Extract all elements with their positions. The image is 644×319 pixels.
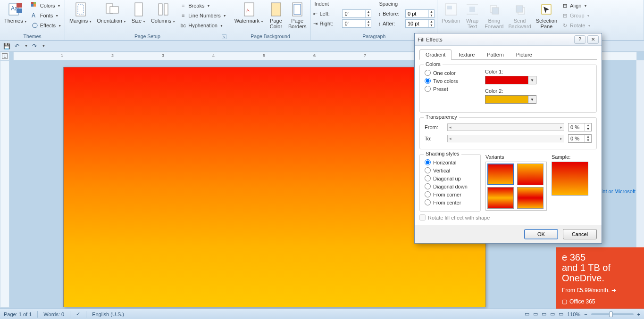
office-365-promo[interactable]: e 365and 1 TB ofOneDrive. From £5.99/mon… <box>556 247 644 309</box>
status-bar: Page: 1 of 1 Words: 0 ✓ English (U.S.) ▭… <box>0 309 644 319</box>
spacing-after-icon: ↕ <box>378 21 381 26</box>
zoom-slider[interactable] <box>591 313 634 315</box>
spacing-heading: Spacing <box>378 1 435 8</box>
wrap-icon <box>465 2 480 17</box>
variant-4[interactable] <box>517 187 544 209</box>
redo-icon[interactable]: ↷ <box>31 42 38 50</box>
radio-diagonal-down[interactable]: Diagonal down <box>425 182 476 190</box>
dialog-titlebar[interactable]: Fill Effects ? ✕ <box>415 33 602 46</box>
tab-pattern[interactable]: Pattern <box>481 49 510 59</box>
color-1-picker[interactable]: ▼ <box>485 76 592 84</box>
variant-1[interactable] <box>487 164 514 185</box>
colors-button[interactable]: Colors▼ <box>30 1 62 10</box>
tab-texture[interactable]: Texture <box>452 49 481 59</box>
tab-picture[interactable]: Picture <box>510 49 538 59</box>
status-words[interactable]: Words: 0 <box>43 311 64 317</box>
spacing-before-icon: ↕ <box>378 11 381 16</box>
radio-from-corner[interactable]: From corner <box>425 190 476 198</box>
ruler-corner[interactable]: L <box>0 52 9 60</box>
margins-button[interactable]: Margins▼ <box>67 1 94 25</box>
align-button[interactable]: ⊞Align▼ <box>560 1 592 10</box>
fill-effects-dialog: Fill Effects ? ✕ Gradient Texture Patter… <box>414 33 602 244</box>
ok-button[interactable]: OK <box>524 229 558 239</box>
position-icon <box>443 2 459 17</box>
indent-right-input[interactable]: ▲▼ <box>342 19 371 28</box>
ruler-vertical[interactable] <box>0 60 9 308</box>
line-numbers-button[interactable]: ≡Line Numbers▼ <box>178 11 227 20</box>
view-print-layout-icon[interactable]: ▭ <box>525 311 529 317</box>
color-2-label: Color 2: <box>485 88 592 94</box>
zoom-out-button[interactable]: − <box>584 311 587 317</box>
columns-button[interactable]: Columns▼ <box>149 1 177 25</box>
tab-gradient[interactable]: Gradient <box>419 49 452 60</box>
orientation-button[interactable]: Orientation▼ <box>95 1 128 25</box>
fonts-button[interactable]: AFonts▼ <box>30 11 62 20</box>
view-full-screen-icon[interactable]: ▭ <box>533 311 538 317</box>
radio-horizontal[interactable]: Horizontal <box>425 158 476 166</box>
rotate-icon: ↻ <box>561 22 569 29</box>
radio-one-color[interactable]: One color <box>425 69 477 77</box>
chevron-down-icon[interactable]: ▼ <box>528 95 536 104</box>
proofing-icon[interactable]: ✓ <box>76 311 80 317</box>
size-button[interactable]: Size▼ <box>129 1 148 25</box>
page-color-button[interactable]: Page Color <box>267 1 285 30</box>
ribbon-group-themes: Aa Themes▼ Colors▼ AFonts▼ Effects▼ Them… <box>0 0 65 40</box>
watermark-icon: A <box>242 2 257 17</box>
page-setup-launcher[interactable]: ↘ <box>222 34 226 39</box>
radio-vertical[interactable]: Vertical <box>425 166 476 174</box>
chevron-down-icon[interactable]: ▼ <box>528 76 536 84</box>
view-draft-icon[interactable]: ▭ <box>559 311 563 317</box>
hyphenation-icon: bc <box>179 22 187 29</box>
help-button[interactable]: ? <box>574 35 585 44</box>
svg-rect-4 <box>31 2 33 4</box>
indent-right-icon: ⇥ <box>313 21 318 27</box>
watermark-button[interactable]: AWatermark▼ <box>233 1 266 25</box>
page-borders-button[interactable]: Page Borders <box>286 1 309 30</box>
radio-two-colors[interactable]: Two colors <box>425 77 477 85</box>
breaks-button[interactable]: ≡Breaks▼ <box>178 1 227 10</box>
cancel-button[interactable]: Cancel <box>563 229 597 239</box>
close-button[interactable]: ✕ <box>587 35 599 44</box>
spacing-after-input[interactable]: ▲▼ <box>405 19 435 28</box>
save-icon[interactable]: 💾 <box>3 42 10 50</box>
radio-diagonal-up[interactable]: Diagonal up <box>425 174 476 182</box>
color-2-picker[interactable]: ▼ <box>485 95 592 104</box>
transparency-from-slider[interactable]: ◂▸ <box>447 123 564 131</box>
variants-label: Variants <box>485 154 547 160</box>
selection-pane-button[interactable]: Selection Pane <box>534 1 559 30</box>
side-link[interactable]: int or Microsoft <box>602 188 636 194</box>
variant-2[interactable] <box>517 164 544 185</box>
svg-text:A: A <box>32 12 35 19</box>
status-language[interactable]: English (U.S.) <box>92 311 124 317</box>
themes-label: Themes <box>4 18 23 24</box>
color-1-label: Color 1: <box>485 69 592 74</box>
zoom-in-button[interactable]: + <box>637 311 640 317</box>
undo-icon[interactable]: ↶ <box>13 42 21 50</box>
radio-from-center[interactable]: From center <box>425 198 476 206</box>
status-page[interactable]: Page: 1 of 1 <box>4 311 32 317</box>
themes-button[interactable]: Aa Themes▼ <box>2 1 29 25</box>
selection-pane-icon <box>539 2 554 17</box>
transparency-from-input[interactable]: 0 %▲▼ <box>568 123 592 131</box>
transparency-to-input[interactable]: 0 %▲▼ <box>568 134 592 143</box>
qat-customize[interactable]: ▼ <box>42 44 45 48</box>
svg-rect-2 <box>17 3 22 8</box>
svg-point-9 <box>33 23 37 28</box>
spacing-before-input[interactable]: ▲▼ <box>405 9 435 18</box>
view-outline-icon[interactable]: ▭ <box>550 311 555 317</box>
radio-preset[interactable]: Preset <box>425 85 477 93</box>
svg-rect-5 <box>33 2 36 4</box>
group-button: ⊞Group▼ <box>560 11 592 20</box>
svg-rect-13 <box>110 7 118 13</box>
variant-3[interactable] <box>487 187 514 209</box>
effects-button[interactable]: Effects▼ <box>30 21 62 30</box>
svg-rect-14 <box>135 3 142 16</box>
transparency-to-slider[interactable]: ◂▸ <box>447 135 564 142</box>
view-web-icon[interactable]: ▭ <box>542 311 546 317</box>
zoom-level[interactable]: 110% <box>567 311 580 317</box>
indent-left-input[interactable]: ▲▼ <box>342 9 371 18</box>
undo-dropdown[interactable]: ▼ <box>25 44 28 48</box>
hyphenation-button[interactable]: bcHyphenation▼ <box>178 21 227 30</box>
indent-heading: Indent <box>313 1 371 8</box>
svg-rect-16 <box>164 4 168 15</box>
